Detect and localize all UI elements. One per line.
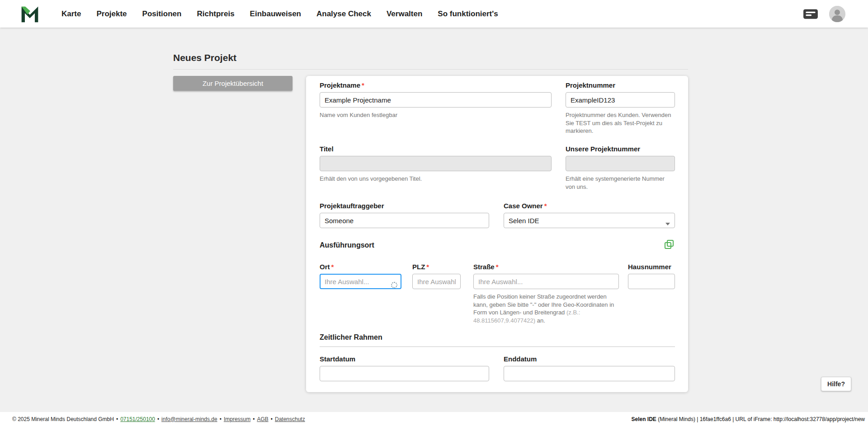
strasse-label: Straße* <box>473 263 623 271</box>
plz-label: PLZ* <box>412 263 461 271</box>
required-marker: * <box>331 263 334 271</box>
user-avatar[interactable] <box>829 6 845 22</box>
nav-item-projekte[interactable]: Projekte <box>96 9 127 19</box>
strasse-field: Straße* Falls die Position keiner Straße… <box>473 263 623 324</box>
case-owner-label: Case Owner* <box>504 202 675 210</box>
enddatum-label: Enddatum <box>504 355 675 363</box>
zeitlicher-rahmen-heading: Zeitlicher Rahmen <box>320 333 382 342</box>
copy-location-button[interactable] <box>664 239 675 250</box>
phone-link[interactable]: 07151/250100 <box>120 416 155 422</box>
datenschutz-link[interactable]: Datenschutz <box>275 416 305 422</box>
main-menu: Karte Projekte Positionen Richtpreis Ein… <box>61 9 498 19</box>
projektnummer-field: Projektnummer Projektnummer des Kunden. … <box>566 81 675 135</box>
strasse-helper: Falls die Position keiner Straße zugeord… <box>473 293 623 324</box>
projektauftraggeber-label: Projektauftraggeber <box>320 202 489 210</box>
hausnummer-label: Hausnummer <box>628 263 675 271</box>
title-divider <box>173 69 688 70</box>
projektname-helper: Name vom Kunden festlegbar <box>320 111 552 119</box>
projektnummer-input[interactable] <box>566 92 675 108</box>
required-marker: * <box>496 263 499 271</box>
header-right <box>803 6 845 22</box>
projektname-label: Projektname* <box>320 81 552 89</box>
back-to-project-overview-button[interactable]: Zur Projektübersicht <box>173 76 292 91</box>
footer-separator: • <box>116 416 118 422</box>
top-nav: Karte Projekte Positionen Richtpreis Ein… <box>0 0 868 28</box>
new-project-form-card: Projektname* Name vom Kunden festlegbar … <box>306 76 688 392</box>
ausfuehrungsort-heading: Ausführungsort <box>320 241 374 249</box>
ort-label: Ort* <box>320 263 401 271</box>
enddatum-field: Enddatum <box>504 355 675 381</box>
unsere-projektnummer-helper: Erhält eine systemgenerierte Nummer von … <box>566 175 675 191</box>
person-icon <box>829 6 845 22</box>
case-owner-selected-value: Selen IDE <box>509 217 539 225</box>
nav-item-karte[interactable]: Karte <box>61 9 81 19</box>
unsere-projektnummer-field: Unsere Projektnummer Erhält eine systemg… <box>566 145 675 191</box>
projektnummer-label: Projektnummer <box>566 81 675 89</box>
nav-item-so-funktionierts[interactable]: So funktioniert's <box>438 9 498 19</box>
titel-helper: Erhält den von uns vorgegebenen Titel. <box>320 175 552 183</box>
session-info: Selen IDE (Mineral Minds) | 16fae1ffc6a6… <box>632 416 865 422</box>
startdatum-label: Startdatum <box>320 355 489 363</box>
nav-item-analyse-check[interactable]: Analyse Check <box>316 9 371 19</box>
footer-separator: • <box>157 416 159 422</box>
enddatum-input[interactable] <box>504 366 675 381</box>
copyright-text: © 2025 Mineral Minds Deutschland GmbH <box>12 416 114 422</box>
hausnummer-field: Hausnummer <box>628 263 675 289</box>
unsere-projektnummer-input <box>566 156 675 171</box>
ort-input[interactable] <box>320 274 401 289</box>
card-reader-button[interactable] <box>803 9 818 19</box>
mineral-minds-logo-icon <box>20 4 40 24</box>
app-footer: © 2025 Mineral Minds Deutschland GmbH • … <box>0 412 868 426</box>
projektnummer-helper: Projektnummer des Kunden. Verwenden Sie … <box>566 111 675 135</box>
nav-item-positionen[interactable]: Positionen <box>142 9 182 19</box>
case-owner-field: Case Owner* Selen IDE <box>504 202 675 228</box>
brand-logo[interactable] <box>20 4 40 24</box>
footer-separator: • <box>271 416 273 422</box>
session-user: Selen IDE <box>632 416 656 422</box>
projektauftraggeber-input[interactable] <box>320 213 489 228</box>
required-marker: * <box>362 81 364 89</box>
session-details: (Mineral Minds) | 16fae1ffc6a6 | URL of … <box>656 416 865 422</box>
nav-item-verwalten[interactable]: Verwalten <box>387 9 422 19</box>
titel-field: Titel Erhält den von uns vorgegebenen Ti… <box>320 145 552 183</box>
projektname-input[interactable] <box>320 92 552 108</box>
titel-input <box>320 156 552 171</box>
email-link[interactable]: info@mineral-minds.de <box>161 416 217 422</box>
required-marker: * <box>544 202 547 210</box>
footer-separator: • <box>220 416 222 422</box>
section-divider <box>320 346 675 347</box>
plz-input[interactable] <box>412 274 461 289</box>
nav-item-einbauweisen[interactable]: Einbauweisen <box>250 9 301 19</box>
loading-spinner-icon <box>391 282 397 288</box>
duplicate-icon <box>664 239 675 250</box>
help-button[interactable]: Hilfe? <box>821 377 851 391</box>
projektname-field: Projektname* Name vom Kunden festlegbar <box>320 81 552 119</box>
impressum-link[interactable]: Impressum <box>224 416 250 422</box>
ort-field: Ort* <box>320 263 401 289</box>
case-owner-select[interactable]: Selen IDE <box>504 213 675 228</box>
hausnummer-input[interactable] <box>628 274 675 289</box>
titel-label: Titel <box>320 145 552 153</box>
footer-left: © 2025 Mineral Minds Deutschland GmbH • … <box>12 416 305 422</box>
chevron-down-icon <box>665 223 670 225</box>
unsere-projektnummer-label: Unsere Projektnummer <box>566 145 675 153</box>
footer-separator: • <box>253 416 255 422</box>
agb-link[interactable]: AGB <box>257 416 268 422</box>
startdatum-input[interactable] <box>320 366 489 381</box>
page-title: Neues Projekt <box>173 52 236 63</box>
required-marker: * <box>426 263 429 271</box>
strasse-input[interactable] <box>473 274 619 289</box>
nav-item-richtpreis[interactable]: Richtpreis <box>197 9 234 19</box>
card-reader-icon <box>803 9 818 19</box>
projektauftraggeber-field: Projektauftraggeber <box>320 202 489 228</box>
plz-field: PLZ* <box>412 263 461 289</box>
startdatum-field: Startdatum <box>320 355 489 381</box>
